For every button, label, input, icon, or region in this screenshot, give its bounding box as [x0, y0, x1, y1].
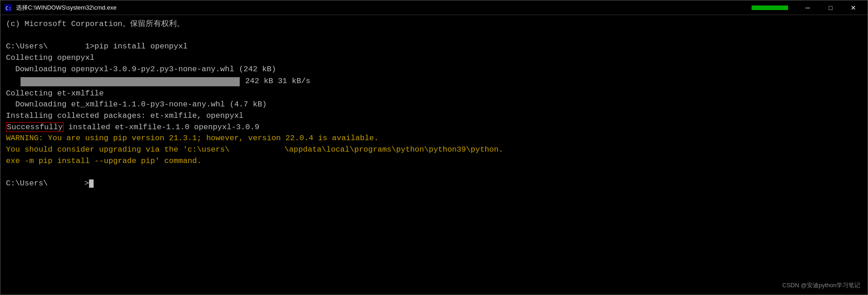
- watermark: CSDN @安迪python学习笔记: [782, 281, 860, 290]
- download-progress-text: 242 kB 31 kB/s: [245, 76, 310, 87]
- collecting-openpyxl-line: Collecting openpyxl: [6, 53, 862, 64]
- download-progress-row: 242 kB 31 kB/s: [21, 76, 862, 87]
- username-redacted-2: [230, 144, 284, 156]
- collecting-etxmlfile-line: Collecting et-xmlfile: [6, 88, 862, 100]
- pip-command-line: C:\Users\ 1>pip install openpyxl: [6, 41, 862, 53]
- close-button[interactable]: ✕: [843, 1, 864, 14]
- success-line: Successfully installed et-xmlfile-1.1.0 …: [6, 122, 862, 133]
- warning-line-1: WARNING: You are using pip version 21.3.…: [6, 133, 862, 144]
- download-progress-bar: [21, 77, 240, 86]
- download-progress-fill: [21, 77, 240, 86]
- warning-line-2: You should consider upgrading via the 'c…: [6, 144, 862, 156]
- username-redacted-3: [48, 178, 84, 190]
- copyright-line: (c) Microsoft Corporation。保留所有权利。: [6, 19, 862, 30]
- title-bar-controls: ─ □ ✕: [752, 1, 864, 14]
- installing-line: Installing collected packages: et-xmlfil…: [6, 111, 862, 122]
- blank-line-1: [6, 30, 862, 42]
- blank-line-2: [6, 167, 862, 178]
- title-bar: C: 选择C:\WINDOWS\system32\cmd.exe ─ □ ✕: [0, 0, 868, 15]
- progress-indicator: [752, 5, 788, 10]
- svg-text:C:: C:: [5, 5, 11, 11]
- downloading-etxmlfile-line: Downloading et_xmlfile-1.1.0-py3-none-an…: [6, 99, 862, 111]
- minimize-button[interactable]: ─: [797, 1, 818, 14]
- cursor: [89, 179, 94, 188]
- terminal-body: (c) Microsoft Corporation。保留所有权利。 C:\Use…: [0, 15, 868, 295]
- username-redacted-1: [48, 41, 85, 53]
- successfully-box: Successfully: [6, 122, 63, 132]
- cmd-window: C: 选择C:\WINDOWS\system32\cmd.exe ─ □ ✕ (…: [0, 0, 868, 295]
- downloading-openpyxl-line: Downloading openpyxl-3.0.9-py2.py3-none-…: [6, 64, 862, 75]
- title-bar-left: C: 选择C:\WINDOWS\system32\cmd.exe: [4, 4, 116, 12]
- warning-line-3: exe -m pip install --upgrade pip' comman…: [6, 156, 862, 167]
- window-title: 选择C:\WINDOWS\system32\cmd.exe: [16, 4, 116, 12]
- cmd-icon: C:: [4, 4, 12, 12]
- final-prompt-line: C:\Users\ >: [6, 178, 862, 190]
- maximize-button[interactable]: □: [820, 1, 841, 14]
